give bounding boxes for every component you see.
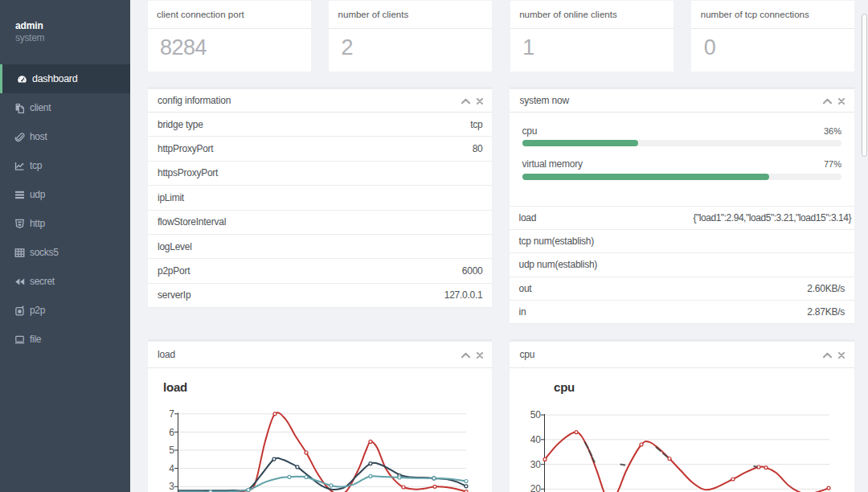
- svg-text:5: 5: [169, 445, 174, 456]
- svg-text:30: 30: [530, 459, 542, 470]
- svg-text:50: 50: [530, 409, 542, 420]
- svg-text:40: 40: [530, 434, 542, 445]
- svg-text:3: 3: [169, 481, 174, 492]
- svg-text:7: 7: [169, 408, 174, 420]
- svg-text:6: 6: [169, 427, 174, 438]
- svg-text:4: 4: [169, 463, 174, 474]
- svg-text:20: 20: [530, 483, 542, 492]
